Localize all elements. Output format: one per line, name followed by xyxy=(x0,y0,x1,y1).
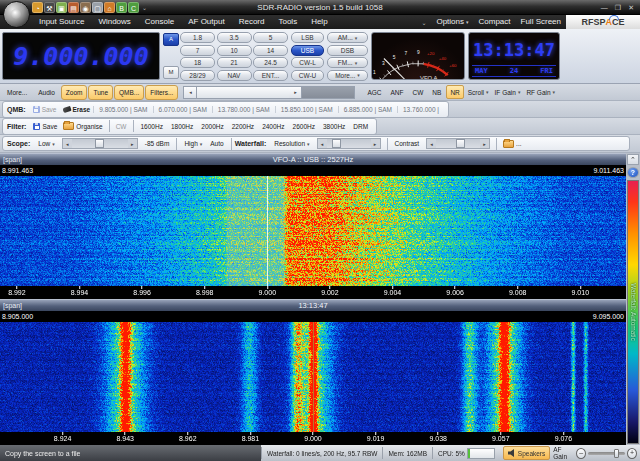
filter-width-button[interactable]: 2600Hz xyxy=(289,123,319,130)
keypad-button[interactable]: NAV xyxy=(217,70,252,81)
filter-width-button[interactable]: 2200Hz xyxy=(228,123,258,130)
vfo-b-icon[interactable]: B xyxy=(116,2,127,13)
mode-button[interactable]: CW-L xyxy=(291,57,324,68)
keypad-button[interactable]: 14 xyxy=(253,45,288,56)
collapse-icon[interactable]: ⌃ xyxy=(627,154,639,165)
filter-width-button[interactable]: 1600Hz xyxy=(137,123,167,130)
dsp-toggle[interactable]: AGC xyxy=(363,85,385,99)
home-icon[interactable]: ⌂ xyxy=(104,2,115,13)
waterfall-resolution-dropdown[interactable]: Resolution▾ xyxy=(270,137,313,150)
qmb-memory-button[interactable]: 6.070.000 | SAM xyxy=(153,106,212,113)
slider-right-icon[interactable]: ▸ xyxy=(128,141,137,147)
keypad-button[interactable]: 3.5 xyxy=(217,32,252,43)
mode-button[interactable]: CW-U xyxy=(291,70,324,81)
waterfall1-header[interactable]: [span] VFO-A :: USB :: 2527Hz xyxy=(0,153,626,165)
speakers-button[interactable]: Speakers xyxy=(503,446,550,460)
slider-left-icon[interactable]: ◂ xyxy=(63,141,72,147)
tune-scrollbar[interactable]: ◂ ▸ xyxy=(183,86,355,99)
close-button[interactable]: ✕ xyxy=(628,0,634,15)
mode-button[interactable]: More...▾ xyxy=(327,70,368,81)
filter-cw-button[interactable]: CW xyxy=(113,123,130,130)
volume-up-button[interactable]: + xyxy=(627,448,637,459)
display-icon[interactable]: ▣ xyxy=(56,2,67,13)
qat-overflow-icon[interactable]: ⌄ xyxy=(142,4,147,11)
waterfall-scheme-button[interactable]: ... xyxy=(500,140,524,148)
waterfall-resolution-slider[interactable]: ◂ ▸ xyxy=(317,138,381,149)
toolbar-button[interactable]: Filters... xyxy=(145,85,178,100)
qmb-memory-button[interactable]: 9.805.000 | SAM xyxy=(93,106,152,113)
toolbar-button[interactable]: More... xyxy=(2,85,32,100)
slider-thumb[interactable] xyxy=(332,139,341,148)
gain-dropdown[interactable]: Scroll▾ xyxy=(465,86,492,98)
keypad-button[interactable]: 18 xyxy=(180,57,215,68)
scroll-left-icon[interactable]: ◂ xyxy=(184,87,197,98)
waterfall-display-1[interactable] xyxy=(0,176,626,286)
keypad-button[interactable]: 5 xyxy=(253,32,288,43)
waterfall2-header[interactable]: [span] 13:13:47 xyxy=(0,299,626,311)
tools-icon[interactable]: ⚒ xyxy=(44,2,55,13)
keypad-button[interactable]: 1.8 xyxy=(180,32,215,43)
timer-icon[interactable]: ◔ xyxy=(32,2,43,13)
filter-save-button[interactable]: Save xyxy=(30,123,60,130)
menu-right-item[interactable]: Full Screen xyxy=(516,15,566,29)
slider-right-icon[interactable]: ▸ xyxy=(371,141,380,147)
slider-thumb[interactable] xyxy=(456,139,465,148)
qmb-save-button[interactable]: Save xyxy=(30,106,60,113)
vfo-c-icon[interactable]: C xyxy=(128,2,139,13)
mode-button[interactable]: AM...▾ xyxy=(327,32,368,43)
menu-right-item[interactable]: Options▾ xyxy=(431,15,473,29)
keypad-button[interactable]: 21 xyxy=(217,57,252,68)
scrollbar-thumb[interactable] xyxy=(197,87,289,98)
memory-button[interactable]: M xyxy=(163,66,179,79)
mode-button[interactable]: LSB xyxy=(291,32,324,43)
waterfall-colorbar[interactable]: Waterfall: Automatic xyxy=(627,180,639,444)
qmb-memory-button[interactable]: 6.885.000 | SAM xyxy=(338,106,397,113)
menu-item[interactable]: AF Output xyxy=(181,15,231,29)
slider-left-icon[interactable]: ◂ xyxy=(427,141,436,147)
dsp-toggle[interactable]: ANF xyxy=(387,85,408,99)
menu-item[interactable]: Record xyxy=(232,15,272,29)
gain-dropdown[interactable]: RF Gain▾ xyxy=(523,86,558,98)
filter-organise-button[interactable]: Organise xyxy=(60,122,105,130)
keypad-button[interactable]: 28/29 xyxy=(180,70,215,81)
filter-width-button[interactable]: 2000Hz xyxy=(197,123,227,130)
scope-low-dropdown[interactable]: Low▾ xyxy=(34,137,58,150)
slider-thumb[interactable] xyxy=(95,139,104,148)
toolbar-button[interactable]: QMB... xyxy=(114,85,144,100)
keypad-button[interactable]: 10 xyxy=(217,45,252,56)
slider-right-icon[interactable]: ▸ xyxy=(480,141,489,147)
toolbar-button[interactable]: Zoom xyxy=(61,85,88,100)
qmb-erase-button[interactable]: Erase xyxy=(60,106,94,113)
af-gain-slider[interactable] xyxy=(588,452,625,455)
mode-button[interactable]: DSB xyxy=(327,45,368,56)
calendar-icon[interactable]: ▤ xyxy=(68,2,79,13)
dsp-toggle[interactable]: NB xyxy=(428,85,445,99)
qmb-memory-button[interactable]: 13.780.000 | SAM xyxy=(212,106,275,113)
menu-item[interactable]: Windows xyxy=(91,15,137,29)
slider-thumb[interactable] xyxy=(614,449,619,458)
waterfall1-span-label[interactable]: [span] xyxy=(3,156,22,163)
mode-button[interactable]: USB xyxy=(291,45,324,56)
slider-left-icon[interactable]: ◂ xyxy=(318,141,327,147)
vfo-a-button[interactable]: A xyxy=(163,33,179,46)
keypad-button[interactable]: ENT... xyxy=(253,70,288,81)
gain-dropdown[interactable]: IF Gain▾ xyxy=(492,86,524,98)
ribbon-chevron-icon[interactable]: ⌄ xyxy=(416,19,431,26)
waterfall2-span-label[interactable]: [span] xyxy=(3,302,22,309)
scope-dbm-button[interactable]: -85 dBm xyxy=(141,137,174,150)
frequency-display[interactable]: 9.000.000 xyxy=(2,32,160,80)
contacts-icon[interactable]: ◉ xyxy=(80,2,91,13)
minimize-button[interactable]: — xyxy=(601,0,608,15)
filter-width-button[interactable]: 1800Hz xyxy=(167,123,197,130)
filter-width-button[interactable]: 3800Hz xyxy=(319,123,349,130)
scope-low-slider[interactable]: ◂ ▸ xyxy=(62,138,138,149)
toolbar-button[interactable]: Audio xyxy=(33,85,60,100)
maximize-button[interactable]: ❐ xyxy=(615,0,621,15)
toolbar-button[interactable]: Tune xyxy=(88,85,113,100)
scope-high-dropdown[interactable]: High▾ xyxy=(180,137,206,150)
qmb-memory-button[interactable]: 13.760.000 | xyxy=(397,106,444,113)
dsp-toggle[interactable]: NR xyxy=(446,85,463,99)
filter-width-button[interactable]: DRM xyxy=(349,123,372,130)
keypad-button[interactable]: 7 xyxy=(180,45,215,56)
menu-right-item[interactable]: Compact xyxy=(474,15,516,29)
